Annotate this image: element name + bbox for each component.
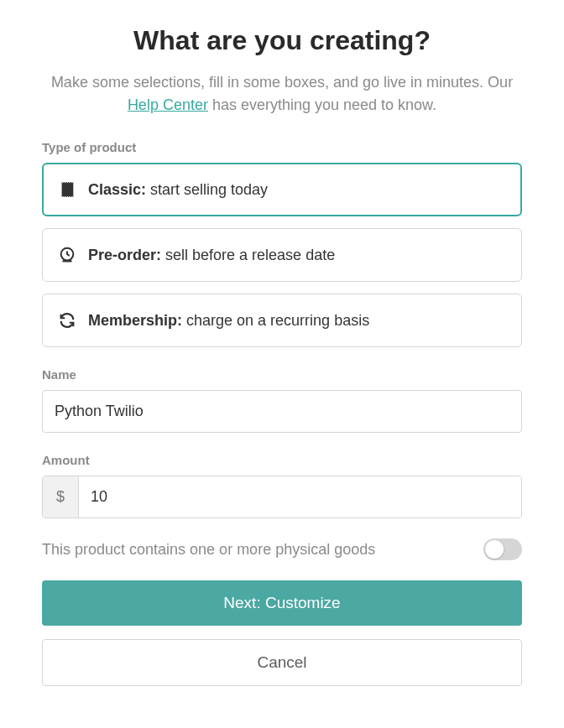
option-classic-text: Classic: start selling today [88,181,268,199]
option-membership-desc: charge on a recurring basis [182,312,369,329]
name-input[interactable] [42,390,522,433]
option-membership[interactable]: Membership: charge on a recurring basis [42,294,522,347]
option-preorder-text: Pre-order: sell before a release date [88,247,335,264]
cancel-button[interactable]: Cancel [42,639,522,686]
option-preorder-title: Pre-order: [88,247,161,263]
page-subheading: Make some selections, fill in some boxes… [42,71,522,117]
next-customize-button[interactable]: Next: Customize [42,580,522,626]
option-preorder-desc: sell before a release date [161,247,335,263]
refresh-icon [58,311,76,330]
toggle-knob [485,540,504,559]
physical-goods-label: This product contains one or more physic… [42,541,375,559]
option-membership-title: Membership: [88,312,182,329]
amount-label: Amount [42,453,522,467]
name-label: Name [42,367,522,382]
subheading-text-pre: Make some selections, fill in some boxes… [51,74,513,91]
type-of-product-label: Type of product [42,140,522,154]
currency-prefix: $ [43,476,79,517]
help-center-link[interactable]: Help Center [128,96,208,113]
receipt-icon [58,180,76,199]
option-preorder[interactable]: Pre-order: sell before a release date [42,228,522,282]
option-classic-desc: start selling today [146,181,268,198]
option-classic[interactable]: Classic: start selling today [42,163,522,216]
option-membership-text: Membership: charge on a recurring basis [88,312,369,330]
page-title: What are you creating? [42,25,522,56]
amount-input[interactable] [79,476,521,517]
amount-field: $ [42,476,522,518]
physical-goods-toggle[interactable] [483,538,522,560]
option-classic-title: Classic: [88,181,146,198]
clock-icon [58,246,76,264]
subheading-text-post: has everything you need to know. [208,96,436,113]
